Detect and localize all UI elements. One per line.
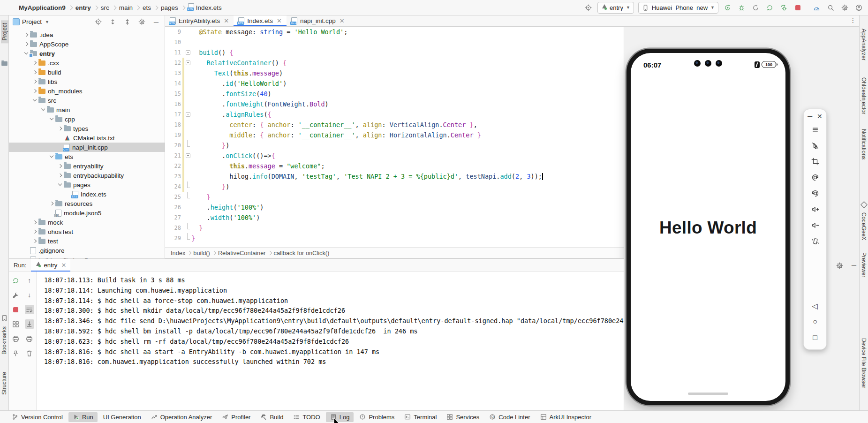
chevron-right-icon[interactable] (57, 173, 63, 178)
menu-icon[interactable] (804, 121, 826, 137)
statusbar-item-version-control[interactable]: Version Control (8, 412, 67, 422)
printer-icon[interactable] (11, 334, 21, 343)
breadcrumb-item-pages[interactable]: pages (160, 4, 179, 11)
settings-icon[interactable] (840, 3, 849, 12)
statusbar-item-services[interactable]: Services (442, 412, 483, 422)
tree-item-libs[interactable]: libs (9, 77, 165, 86)
tree-item-entry[interactable]: entry (9, 49, 165, 58)
statusbar-item-todo[interactable]: TODO (289, 412, 324, 422)
chevron-right-icon[interactable] (32, 238, 38, 244)
profiler-icon[interactable] (812, 3, 821, 12)
code-line-27[interactable]: 27 .width('100%') (165, 212, 624, 223)
tree-item-build-profile-json5[interactable]: {..}build-profile.json5 (9, 255, 165, 258)
tool-strip-device-file-browser[interactable]: Device File Browser (860, 338, 867, 388)
locate-icon[interactable] (93, 17, 103, 27)
fold-marker[interactable] (184, 47, 191, 58)
breadcrumb-item-src[interactable]: src (100, 4, 110, 11)
scroll-end-icon[interactable] (25, 319, 34, 329)
code-line-22[interactable]: 22 this.message = "welcome"; (165, 161, 624, 171)
run-console-output[interactable]: 18:07:18.113: Build task in 3 s 88 ms18:… (37, 272, 624, 410)
statusbar-item-problems[interactable]: Problems (355, 412, 399, 422)
fold-marker[interactable] (184, 233, 191, 243)
chevron-down-icon[interactable] (32, 98, 38, 103)
volume-up-icon[interactable] (804, 201, 826, 217)
fold-marker[interactable] (184, 109, 191, 120)
code-line-29[interactable]: 29} (165, 233, 624, 243)
stop-icon[interactable] (793, 3, 802, 12)
run-tab-entry[interactable]: entry ✕ (31, 259, 70, 272)
volume-down-icon[interactable] (804, 217, 826, 233)
tree-item-entrybackupability[interactable]: entrybackupability (9, 171, 165, 180)
statusbar-item-ui-generation[interactable]: UI Generation (99, 412, 145, 422)
back-icon[interactable]: ◁ (804, 298, 826, 314)
code-line-26[interactable]: 26 .height('100%') (165, 202, 624, 212)
breadcrumb-item-myapplication9[interactable]: MyApplication9 (18, 4, 67, 11)
debug-icon[interactable] (737, 3, 746, 12)
tree-item-index-ets[interactable]: ETSIndex.ets (9, 189, 165, 199)
editor-breadcrumb-callback-for-onclick[interactable]: callback for onClick() (274, 249, 330, 257)
soft-wrap-icon[interactable] (25, 305, 34, 314)
close-icon[interactable]: ✕ (61, 262, 66, 269)
code-line-20[interactable]: 20 }) (165, 140, 624, 151)
debug-restart-icon[interactable] (779, 3, 788, 12)
chevron-right-icon[interactable] (57, 126, 63, 131)
project-view-title[interactable]: Project (22, 18, 42, 25)
rerun-icon[interactable] (11, 276, 21, 285)
code-line-9[interactable]: 9 @State message: string = 'Hello World'… (165, 27, 624, 37)
device-selector[interactable]: Huawei_Phone_new ▼ (638, 2, 718, 14)
code-line-24[interactable]: 24 }) (165, 181, 624, 192)
tab-entryability-ets[interactable]: ETSEntryAbility.ets✕ (165, 15, 234, 26)
editor-breadcrumb-index[interactable]: Index (171, 249, 185, 257)
up-icon[interactable]: ↑ (25, 276, 34, 285)
chevron-down-icon[interactable] (23, 51, 29, 56)
tab-index-ets[interactable]: ETSIndex.ets✕ (234, 15, 287, 26)
chevron-right-icon[interactable] (57, 163, 63, 169)
tree-item-cpp[interactable]: cpp (9, 114, 165, 124)
tree-item-resources[interactable]: resources (9, 199, 165, 208)
breadcrumb-item-ets[interactable]: ets (142, 4, 152, 11)
tree-item-idea[interactable]: .idea (9, 30, 165, 39)
code-line-23[interactable]: 23 hilog.info(DOMAIN, 'testTag', 'Test N… (165, 171, 624, 181)
settings-gear-icon[interactable] (835, 261, 844, 270)
close-icon[interactable]: ✕ (224, 17, 229, 24)
fold-marker[interactable] (184, 181, 191, 192)
close-icon[interactable]: ✕ (277, 17, 282, 24)
chevron-right-icon[interactable] (32, 79, 38, 84)
statusbar-item-terminal[interactable]: Terminal (400, 412, 441, 422)
tree-item-types[interactable]: types (9, 124, 165, 133)
stop-icon[interactable] (11, 305, 21, 314)
hide-panel-icon[interactable]: ─ (852, 262, 856, 269)
run-config-selector[interactable]: entry ▼ (597, 2, 634, 14)
chevron-right-icon[interactable] (32, 60, 38, 66)
editor-breadcrumb-build[interactable]: build() (193, 249, 210, 257)
collapse-all-icon[interactable] (122, 17, 132, 27)
tree-item-pages[interactable]: pages (9, 180, 165, 189)
folder-tool-icon[interactable] (1, 60, 8, 68)
dashboard-icon[interactable] (11, 319, 21, 329)
code-line-16[interactable]: 16 .fontWeight(FontWeight.Bold) (165, 99, 624, 109)
tree-item-oh-modules[interactable]: oh_modules (9, 86, 165, 96)
statusbar-item-log[interactable]: Log (326, 412, 354, 422)
tree-item-test[interactable]: test (9, 236, 165, 246)
chevron-down-icon[interactable] (49, 154, 54, 159)
settings-icon[interactable] (137, 17, 146, 27)
chevron-right-icon[interactable] (32, 69, 38, 75)
chevron-down-icon[interactable] (40, 107, 46, 113)
chevron-right-icon[interactable] (23, 41, 29, 47)
statusbar-item-run[interactable]: Run (68, 412, 98, 422)
tool-strip-project[interactable]: Project (1, 20, 8, 43)
tree-item-cxx[interactable]: .cxx (9, 58, 165, 68)
tree-item-ets[interactable]: ets (9, 152, 165, 161)
bookmark-icon[interactable] (1, 315, 8, 322)
tree-item-build[interactable]: build (9, 68, 165, 77)
code-line-15[interactable]: 15 .fontSize(40) (165, 89, 624, 99)
close-icon[interactable]: ✕ (340, 17, 345, 24)
tree-item-cmakelists-txt[interactable]: CMakeLists.txt (9, 133, 165, 143)
expand-all-icon[interactable] (108, 17, 117, 27)
hide-icon[interactable]: ─ (151, 17, 161, 27)
pin-icon[interactable] (11, 348, 21, 358)
fold-marker[interactable] (184, 223, 191, 233)
chevron-right-icon[interactable] (32, 219, 38, 225)
down-icon[interactable]: ↓ (25, 290, 34, 300)
codegeex-icon[interactable] (860, 201, 868, 208)
